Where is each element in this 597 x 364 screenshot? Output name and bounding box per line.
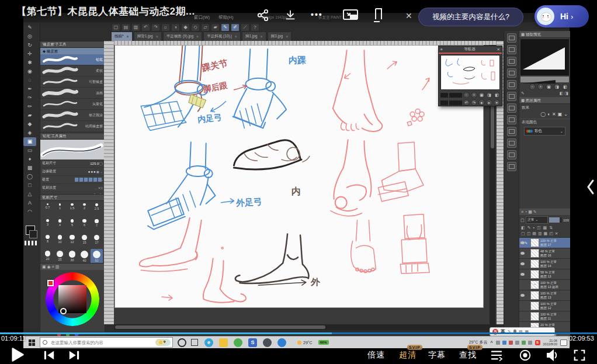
tab-close-icon[interactable]: × [196,34,199,39]
tab-close-icon[interactable]: × [286,34,288,39]
taskbar-search[interactable] [40,337,173,348]
tray-weather-left[interactable]: 29°C [297,341,313,345]
effect-tone-icon[interactable]: ◐ [547,112,550,117]
edge-hardness-row[interactable]: 边缘硬度 ●●●◉⌄ [40,168,105,176]
task-view-icon[interactable] [191,339,198,346]
density-row[interactable]: 笔刷浓度 …✕≡ [40,184,105,192]
layer-visibility-icon[interactable] [520,304,525,307]
preview-slider[interactable] [520,77,569,82]
brush-size-cell[interactable]: 15 [78,233,91,249]
sogou-input-bar[interactable]: S 英 ✎ ▤ ▦ [490,327,555,336]
inking-pen-tool-icon[interactable]: ✑ [23,93,36,102]
dock-panel-icon[interactable] [507,92,516,101]
brush-size-cell[interactable]: 40 [78,249,91,265]
brush-item[interactable]: 油画 [40,88,105,99]
doc-tab[interactable]: 脚背1.jpg× [134,32,162,41]
share-icon[interactable] [256,9,270,24]
layer-kind-icon[interactable]: ▢ [520,218,525,223]
layer-create-icon[interactable]: ✕ [555,231,558,236]
layer-lock-icon[interactable]: ◧ [521,226,525,230]
brush-item[interactable]: 纸间橡皮擦 [40,121,105,132]
layer-visibility-icon[interactable] [520,252,525,255]
brush-item[interactable]: 柔软 [40,65,105,77]
navigator-window[interactable]: ≡ 导航器 ✕ [438,46,502,106]
zoom-tool-icon[interactable]: ◎ [23,32,36,41]
cortana-icon[interactable] [178,338,186,347]
layer-row[interactable]: ✎100 % 正常图层 17 [519,238,570,248]
taskbar-app-file-explorer[interactable] [219,338,228,347]
layer-row[interactable]: 100 % 正常图层 12 [519,301,570,311]
canvas-hscrollbar[interactable] [114,324,497,330]
blend-tool-icon[interactable]: ◈ [23,129,36,137]
dock-panel-icon[interactable] [507,80,516,89]
gradient-tool-icon[interactable]: ▩ [23,164,36,172]
layer-lock-icon[interactable]: ⇅ [549,226,553,230]
brush-size-cell[interactable]: 50 [91,249,103,265]
polygon-tool-icon[interactable]: △ [23,190,36,199]
sv-marker[interactable] [60,308,67,314]
eraser-tool-icon[interactable]: ▣ [23,137,36,146]
brush-size-cell[interactable]: 2.5 [91,202,103,217]
layer-visibility-icon[interactable] [520,315,525,318]
layer-row[interactable]: 58 % 正常图层 13 [519,269,570,280]
navigator-preview[interactable] [440,55,500,90]
record-icon[interactable] [519,349,532,364]
start-button[interactable] [23,337,40,348]
layer-visibility-icon[interactable] [520,283,525,286]
dock-panel-icon[interactable] [507,45,516,54]
ellipse-tool-icon[interactable]: ◯ [23,172,36,181]
brush-size-cell[interactable]: 12 [66,233,78,249]
expression-color-dropdown[interactable]: 彩色 ⌄ [524,127,565,136]
dock-panel-icon[interactable] [507,162,516,171]
taskbar-app-edge[interactable]: e [204,338,213,347]
tray-sogou-icon[interactable]: S [535,340,540,345]
effect-none-icon[interactable]: ◯ [540,112,546,117]
tray-icon[interactable] [509,341,513,345]
brush-size-cell[interactable]: 7 [91,217,103,233]
taskbar-app-sai[interactable]: S [248,338,257,347]
tray-icon[interactable] [496,341,500,345]
brush-size-cell[interactable]: 0.7 [41,202,54,217]
rotate-slider[interactable] [449,100,462,105]
canvas-page[interactable]: 踝关节 脚后跟 内足弓 内踝 外足弓 内 外 [114,45,484,308]
zoom-slider[interactable] [449,93,462,98]
layer-property-title[interactable]: ▦ 图层属性 [519,97,570,104]
search-input[interactable] [50,339,140,346]
zoom-btn-icon[interactable]: ▣ [478,92,485,98]
preview-pen-icon[interactable]: ✎ [521,91,525,96]
navigator-menu-icon[interactable]: ≡ [440,47,443,51]
zoom-btn-icon[interactable]: ◨ [486,92,492,98]
effect-off-icon[interactable]: ✕ [552,112,556,117]
layer-row[interactable]: 100 % 正常图层 11 [519,311,570,322]
brush-item[interactable]: 可塑橡皮 [40,77,105,88]
rotate-btn-icon[interactable]: ↶ [463,99,470,106]
eyedropper-tool-icon[interactable]: ✒ [23,85,36,93]
grab-tool-icon[interactable]: ✱ [23,58,36,67]
opacity-slider[interactable] [549,217,562,223]
volume-icon[interactable] [546,349,560,364]
navigator-close-icon[interactable]: ✕ [497,47,500,52]
tab-close-icon[interactable]: × [235,34,237,39]
dock-panel-icon[interactable] [507,150,516,160]
effect-more-icon[interactable]: ⌄ [564,112,568,117]
rotate-view-tool-icon[interactable]: ↻ [23,41,36,50]
navigator-titlebar[interactable]: ≡ 导航器 ✕ [439,46,502,53]
brush-size-cell[interactable]: 6 [78,217,91,233]
more-icon[interactable]: ••• [311,10,323,19]
layer-visibility-icon[interactable] [520,241,525,244]
taskbar-app-green-app[interactable] [234,338,242,347]
layer-create-icon[interactable]: ◰ [549,231,553,236]
notification-icon[interactable] [560,339,567,346]
zoom-btn-icon[interactable]: ◧ [494,92,500,98]
brush-size-row[interactable]: 笔刷尺寸 125.0◯ [40,160,105,168]
quality-button[interactable]: 超清 SVIP [399,350,416,360]
layer-lock-icon[interactable]: ◫ [537,226,541,230]
rotate-value-box[interactable] [440,100,448,105]
tray-expand-caret[interactable]: ^ [490,341,492,345]
brush-size-cell[interactable]: 1.5 [66,202,78,217]
subtitle-button[interactable]: 字幕 [428,350,446,360]
brush-size-cell[interactable]: 10 [54,233,66,249]
background-color-swatch[interactable] [29,230,37,238]
doc-tab[interactable]: 脚3.jpg× [268,32,292,41]
play-button[interactable] [8,346,26,364]
